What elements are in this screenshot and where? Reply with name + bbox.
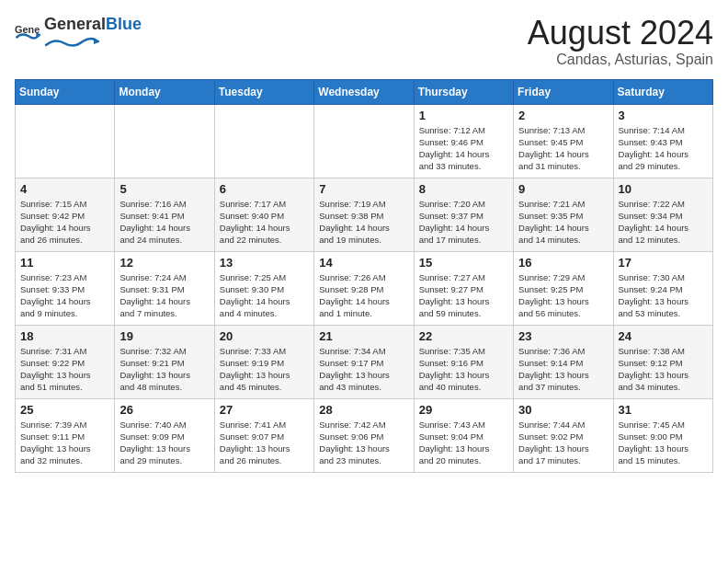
day-info: Sunrise: 7:43 AM Sunset: 9:04 PM Dayligh… — [419, 419, 508, 467]
day-number: 18 — [20, 329, 109, 343]
calendar-cell — [214, 104, 313, 178]
calendar-cell: 13Sunrise: 7:25 AM Sunset: 9:30 PM Dayli… — [214, 251, 313, 325]
calendar-cell: 23Sunrise: 7:36 AM Sunset: 9:14 PM Dayli… — [514, 325, 613, 398]
day-number: 19 — [119, 329, 209, 343]
day-info: Sunrise: 7:35 AM Sunset: 9:16 PM Dayligh… — [419, 345, 508, 394]
day-number: 11 — [20, 256, 109, 270]
day-info: Sunrise: 7:15 AM Sunset: 9:42 PM Dayligh… — [20, 198, 109, 247]
day-number: 31 — [619, 403, 708, 417]
calendar-week-row: 4Sunrise: 7:15 AM Sunset: 9:42 PM Daylig… — [16, 178, 713, 251]
day-info: Sunrise: 7:45 AM Sunset: 9:00 PM Dayligh… — [619, 419, 708, 467]
calendar-week-row: 1Sunrise: 7:12 AM Sunset: 9:46 PM Daylig… — [16, 104, 713, 178]
calendar-cell: 29Sunrise: 7:43 AM Sunset: 9:04 PM Dayli… — [414, 398, 513, 472]
day-info: Sunrise: 7:17 AM Sunset: 9:40 PM Dayligh… — [220, 198, 309, 247]
calendar-week-row: 25Sunrise: 7:39 AM Sunset: 9:11 PM Dayli… — [16, 398, 713, 472]
calendar-cell: 9Sunrise: 7:21 AM Sunset: 9:35 PM Daylig… — [514, 178, 613, 251]
day-info: Sunrise: 7:24 AM Sunset: 9:31 PM Dayligh… — [119, 271, 209, 320]
day-info: Sunrise: 7:14 AM Sunset: 9:43 PM Dayligh… — [619, 124, 708, 173]
calendar-cell: 31Sunrise: 7:45 AM Sunset: 9:00 PM Dayli… — [613, 398, 712, 472]
day-number: 22 — [419, 329, 508, 343]
day-info: Sunrise: 7:38 AM Sunset: 9:12 PM Dayligh… — [619, 345, 708, 394]
calendar-cell: 2Sunrise: 7:13 AM Sunset: 9:45 PM Daylig… — [514, 104, 613, 178]
calendar-cell — [115, 104, 214, 178]
day-number: 17 — [619, 256, 708, 270]
day-info: Sunrise: 7:36 AM Sunset: 9:14 PM Dayligh… — [518, 345, 608, 394]
calendar-header-row: SundayMondayTuesdayWednesdayThursdayFrid… — [16, 79, 713, 104]
day-number: 23 — [518, 329, 608, 343]
day-info: Sunrise: 7:20 AM Sunset: 9:37 PM Dayligh… — [419, 198, 508, 247]
day-info: Sunrise: 7:44 AM Sunset: 9:02 PM Dayligh… — [518, 419, 608, 467]
day-info: Sunrise: 7:39 AM Sunset: 9:11 PM Dayligh… — [20, 419, 109, 467]
day-number: 5 — [119, 182, 209, 196]
calendar-cell: 27Sunrise: 7:41 AM Sunset: 9:07 PM Dayli… — [214, 398, 313, 472]
day-info: Sunrise: 7:25 AM Sunset: 9:30 PM Dayligh… — [220, 271, 309, 320]
calendar-cell: 15Sunrise: 7:27 AM Sunset: 9:27 PM Dayli… — [414, 251, 513, 325]
day-number: 7 — [319, 182, 408, 196]
calendar-week-row: 11Sunrise: 7:23 AM Sunset: 9:33 PM Dayli… — [16, 251, 713, 325]
day-info: Sunrise: 7:22 AM Sunset: 9:34 PM Dayligh… — [619, 198, 708, 247]
day-number: 30 — [518, 403, 608, 417]
day-number: 16 — [518, 256, 608, 270]
calendar-cell: 19Sunrise: 7:32 AM Sunset: 9:21 PM Dayli… — [115, 325, 214, 398]
logo: General General Blue — [15, 15, 142, 54]
day-number: 28 — [319, 403, 408, 417]
day-number: 13 — [220, 256, 309, 270]
calendar-cell: 14Sunrise: 7:26 AM Sunset: 9:28 PM Dayli… — [314, 251, 414, 325]
title-location: Candas, Asturias, Spain — [528, 52, 713, 68]
calendar-cell: 25Sunrise: 7:39 AM Sunset: 9:11 PM Dayli… — [16, 398, 115, 472]
day-info: Sunrise: 7:31 AM Sunset: 9:22 PM Dayligh… — [20, 345, 109, 394]
day-info: Sunrise: 7:30 AM Sunset: 9:24 PM Dayligh… — [619, 271, 708, 320]
day-info: Sunrise: 7:12 AM Sunset: 9:46 PM Dayligh… — [419, 124, 508, 173]
calendar-cell: 17Sunrise: 7:30 AM Sunset: 9:24 PM Dayli… — [613, 251, 712, 325]
logo-general-text: General — [44, 16, 106, 32]
day-info: Sunrise: 7:32 AM Sunset: 9:21 PM Dayligh… — [119, 345, 209, 394]
day-info: Sunrise: 7:16 AM Sunset: 9:41 PM Dayligh… — [119, 198, 209, 247]
calendar-day-header: Wednesday — [314, 79, 414, 104]
calendar-cell: 7Sunrise: 7:19 AM Sunset: 9:38 PM Daylig… — [314, 178, 414, 251]
calendar-cell — [314, 104, 414, 178]
day-number: 6 — [220, 182, 309, 196]
day-number: 9 — [518, 182, 608, 196]
calendar-cell: 30Sunrise: 7:44 AM Sunset: 9:02 PM Dayli… — [514, 398, 613, 472]
calendar-cell: 6Sunrise: 7:17 AM Sunset: 9:40 PM Daylig… — [214, 178, 313, 251]
calendar-cell: 11Sunrise: 7:23 AM Sunset: 9:33 PM Dayli… — [16, 251, 115, 325]
calendar-cell: 18Sunrise: 7:31 AM Sunset: 9:22 PM Dayli… — [16, 325, 115, 398]
calendar-week-row: 18Sunrise: 7:31 AM Sunset: 9:22 PM Dayli… — [16, 325, 713, 398]
day-info: Sunrise: 7:41 AM Sunset: 9:07 PM Dayligh… — [220, 419, 309, 467]
day-info: Sunrise: 7:21 AM Sunset: 9:35 PM Dayligh… — [518, 198, 608, 247]
calendar-cell — [16, 104, 115, 178]
calendar-day-header: Monday — [115, 79, 214, 104]
calendar-day-header: Thursday — [414, 79, 513, 104]
day-number: 2 — [518, 109, 608, 122]
calendar-day-header: Friday — [514, 79, 613, 104]
calendar-cell: 24Sunrise: 7:38 AM Sunset: 9:12 PM Dayli… — [613, 325, 712, 398]
logo-blue-text: Blue — [106, 15, 142, 34]
title-month: August 2024 — [528, 15, 713, 52]
calendar-cell: 16Sunrise: 7:29 AM Sunset: 9:25 PM Dayli… — [514, 251, 613, 325]
calendar-cell: 28Sunrise: 7:42 AM Sunset: 9:06 PM Dayli… — [314, 398, 414, 472]
title-block: August 2024 Candas, Asturias, Spain — [528, 15, 713, 68]
page-header: General General Blue August 2024 Candas,… — [15, 15, 713, 68]
day-info: Sunrise: 7:27 AM Sunset: 9:27 PM Dayligh… — [419, 271, 508, 320]
day-number: 15 — [419, 256, 508, 270]
day-number: 10 — [619, 182, 708, 196]
calendar-cell: 8Sunrise: 7:20 AM Sunset: 9:37 PM Daylig… — [414, 178, 513, 251]
day-number: 27 — [220, 403, 309, 417]
calendar-cell: 3Sunrise: 7:14 AM Sunset: 9:43 PM Daylig… — [613, 104, 712, 178]
day-info: Sunrise: 7:23 AM Sunset: 9:33 PM Dayligh… — [20, 271, 109, 320]
day-info: Sunrise: 7:42 AM Sunset: 9:06 PM Dayligh… — [319, 419, 408, 467]
day-info: Sunrise: 7:26 AM Sunset: 9:28 PM Dayligh… — [319, 271, 408, 320]
day-info: Sunrise: 7:34 AM Sunset: 9:17 PM Dayligh… — [319, 345, 408, 394]
calendar-cell: 26Sunrise: 7:40 AM Sunset: 9:09 PM Dayli… — [115, 398, 214, 472]
day-number: 21 — [319, 329, 408, 343]
calendar-cell: 10Sunrise: 7:22 AM Sunset: 9:34 PM Dayli… — [613, 178, 712, 251]
day-number: 12 — [119, 256, 209, 270]
day-number: 29 — [419, 403, 508, 417]
day-info: Sunrise: 7:40 AM Sunset: 9:09 PM Dayligh… — [119, 419, 209, 467]
calendar-cell: 20Sunrise: 7:33 AM Sunset: 9:19 PM Dayli… — [214, 325, 313, 398]
calendar-cell: 22Sunrise: 7:35 AM Sunset: 9:16 PM Dayli… — [414, 325, 513, 398]
calendar-day-header: Tuesday — [214, 79, 313, 104]
day-number: 25 — [20, 403, 109, 417]
calendar-cell: 21Sunrise: 7:34 AM Sunset: 9:17 PM Dayli… — [314, 325, 414, 398]
calendar-cell: 4Sunrise: 7:15 AM Sunset: 9:42 PM Daylig… — [16, 178, 115, 251]
